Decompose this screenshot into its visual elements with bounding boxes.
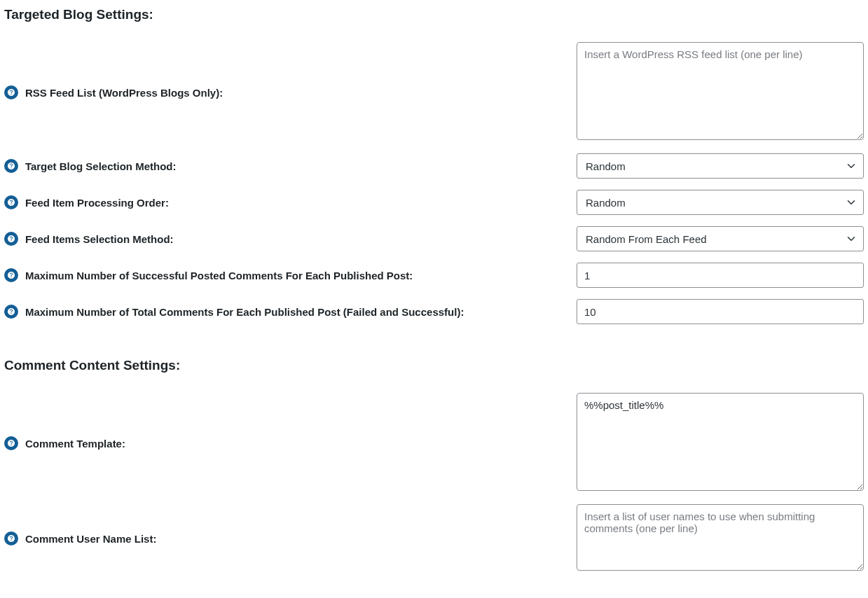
rss-feed-list-label: RSS Feed List (WordPress Blogs Only): [25,86,223,98]
rss-feed-list-input[interactable] [577,42,864,140]
max-total-input[interactable] [577,299,864,324]
section-heading-targeted-blog: Targeted Blog Settings: [4,7,868,22]
target-blog-selection-select[interactable]: Random [577,153,864,179]
feed-items-selection-label: Feed Items Selection Method: [25,233,174,245]
feed-processing-order-label: Feed Item Processing Order: [25,197,169,209]
comment-template-label: Comment Template: [25,437,125,449]
comment-content-settings-table: Comment Template: Comment User Name List… [0,387,868,578]
max-successful-label: Maximum Number of Successful Posted Comm… [25,270,413,281]
max-successful-input[interactable] [577,263,864,288]
help-icon[interactable] [4,232,18,246]
help-icon[interactable] [4,159,18,173]
feed-processing-order-select[interactable]: Random [577,190,864,215]
help-icon[interactable] [4,531,18,545]
help-icon[interactable] [4,195,18,209]
help-icon[interactable] [4,268,18,282]
help-icon[interactable] [4,85,18,99]
comment-user-names-label: Comment User Name List: [25,533,157,545]
targeted-blog-settings-table: RSS Feed List (WordPress Blogs Only): Ta… [0,36,868,330]
target-blog-selection-label: Target Blog Selection Method: [25,160,177,172]
feed-items-selection-select[interactable]: Random From Each Feed [577,226,864,251]
comment-user-names-input[interactable] [577,504,864,571]
section-heading-comment-content: Comment Content Settings: [4,358,868,373]
help-icon[interactable] [4,436,18,450]
help-icon[interactable] [4,305,18,319]
max-total-label: Maximum Number of Total Comments For Eac… [25,306,464,318]
comment-template-input[interactable] [577,393,864,491]
